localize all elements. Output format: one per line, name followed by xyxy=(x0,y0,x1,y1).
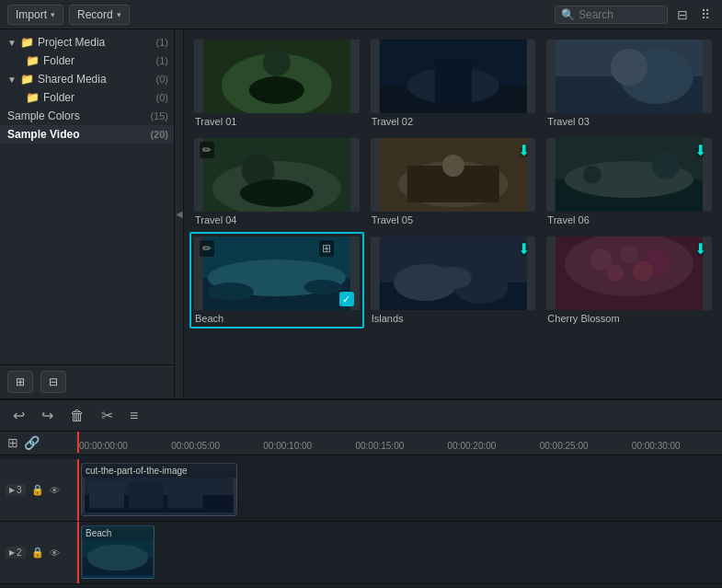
sidebar-item-sample-video[interactable]: Sample Video (20) xyxy=(0,125,174,144)
import-label: Import xyxy=(16,8,47,21)
play-icon: ▶ xyxy=(9,548,15,557)
add-folder-icon: ⊞ xyxy=(16,375,25,388)
project-folder-count: (1) xyxy=(156,55,168,66)
media-item-travel05[interactable]: ⬇Travel 05 xyxy=(366,133,541,230)
download-icon[interactable]: ⬇ xyxy=(694,240,706,258)
svg-point-40 xyxy=(607,265,624,282)
track-number: ▶3 xyxy=(6,484,26,496)
media-label-travel06: Travel 06 xyxy=(546,214,712,225)
settings-button[interactable]: ≡ xyxy=(126,406,142,426)
filter-icon[interactable]: ⊟ xyxy=(673,6,692,24)
track-content-2[interactable]: Beach xyxy=(77,522,722,583)
record-chevron-icon: ▾ xyxy=(117,10,121,19)
svg-point-11 xyxy=(611,49,648,86)
svg-point-3 xyxy=(249,76,304,104)
edit-icon[interactable]: ✏ xyxy=(200,240,214,257)
timeline-ruler: ⊞ 🔗 00:00:00:0000:00:05:0000:00:10:0000:… xyxy=(0,432,722,455)
svg-point-2 xyxy=(263,49,291,76)
shared-media-count: (0) xyxy=(156,74,168,85)
sidebar-collapse-arrow[interactable]: ◀ xyxy=(175,29,184,398)
main-area: ▼ 📁 Project Media (1) 📁 Folder (1) ▼ 📁 S… xyxy=(0,29,722,398)
download-icon[interactable]: ⬇ xyxy=(518,142,530,159)
timeline-link-icon[interactable]: 🔗 xyxy=(24,435,40,450)
expand-icon-shared: ▼ xyxy=(7,75,17,85)
search-input[interactable] xyxy=(579,8,661,21)
media-thumb-beach: ✏✓⊞ xyxy=(194,236,360,310)
lock-icon[interactable]: 🔒 xyxy=(31,484,44,496)
timeline-add-icon[interactable]: ⊞ xyxy=(7,435,18,450)
media-panel: Travel 01 Travel 02 Travel 03 ✏Travel 04… xyxy=(184,29,722,398)
add-folder-button[interactable]: ⊞ xyxy=(7,371,33,393)
download-icon[interactable]: ⬇ xyxy=(694,142,706,159)
media-item-cherry_blossom[interactable]: ⬇Cherry Blossom xyxy=(542,232,716,329)
track-clip-Beach[interactable]: Beach xyxy=(81,525,155,579)
undo-button[interactable]: ↩ xyxy=(9,405,29,426)
media-item-travel03[interactable]: Travel 03 xyxy=(542,35,716,132)
redo-button[interactable]: ↪ xyxy=(38,405,57,426)
cut-button[interactable]: ✂ xyxy=(97,405,117,426)
visibility-icon[interactable]: 👁 xyxy=(50,548,60,559)
media-item-travel04[interactable]: ✏Travel 04 xyxy=(189,133,364,230)
visibility-icon[interactable]: 👁 xyxy=(50,485,60,496)
import-button[interactable]: Import ▾ xyxy=(7,5,63,25)
ruler-mark: 00:00:05:00 xyxy=(169,441,261,451)
sidebar-footer: ⊞ ⊟ xyxy=(0,364,174,398)
timeline-ruler-left: ⊞ 🔗 xyxy=(0,432,77,453)
media-thumb-travel02 xyxy=(371,40,536,113)
delete-button[interactable]: 🗑 xyxy=(66,406,88,426)
lock-icon[interactable]: 🔒 xyxy=(31,547,44,559)
media-item-islands[interactable]: ⬇Islands xyxy=(366,232,541,329)
track-row-2: ▶2🔒👁Beach xyxy=(0,522,722,584)
timeline-ruler-track[interactable]: 00:00:00:0000:00:05:0000:00:10:0000:00:1… xyxy=(77,432,722,453)
media-item-beach[interactable]: ✏✓⊞Beach xyxy=(189,232,364,329)
svg-point-49 xyxy=(87,545,149,571)
sidebar-item-shared-media[interactable]: ▼ 📁 Shared Media (0) xyxy=(0,70,174,88)
clip-thumbnail xyxy=(82,478,236,513)
media-item-travel02[interactable]: Travel 02 xyxy=(366,35,541,132)
shared-folder-label: Folder xyxy=(43,91,153,104)
ruler-mark: 00:00:10:00 xyxy=(261,441,353,451)
record-button[interactable]: Record ▾ xyxy=(69,5,130,25)
sidebar-item-shared-folder[interactable]: 📁 Folder (0) xyxy=(0,88,174,107)
sample-video-label: Sample Video xyxy=(7,128,146,141)
clip-label: cut-the-part-of-the-image xyxy=(82,464,236,478)
ruler-mark: 00:00:25:00 xyxy=(538,441,630,451)
media-thumb-islands: ⬇ xyxy=(371,236,536,310)
media-item-travel01[interactable]: Travel 01 xyxy=(189,35,364,132)
media-item-travel06[interactable]: ⬇Travel 06 xyxy=(542,133,716,230)
track-controls-2: ▶2🔒👁 xyxy=(0,522,77,583)
media-thumb-travel03 xyxy=(546,40,712,113)
expand-icon: ▼ xyxy=(7,38,17,48)
search-icon: 🔍 xyxy=(561,8,575,21)
remove-folder-button[interactable]: ⊟ xyxy=(40,371,66,393)
svg-point-41 xyxy=(633,261,653,282)
search-box: 🔍 xyxy=(555,6,668,24)
media-label-travel02: Travel 02 xyxy=(371,116,536,127)
project-media-count: (1) xyxy=(156,37,168,48)
track-content-3[interactable]: cut-the-part-of-the-image xyxy=(77,459,722,521)
media-thumb-travel01 xyxy=(194,40,360,113)
svg-point-28 xyxy=(208,282,254,301)
grid-menu-icon[interactable]: ⠿ xyxy=(697,6,715,24)
svg-rect-7 xyxy=(434,58,471,104)
edit-icon[interactable]: ✏ xyxy=(200,142,214,158)
ruler-mark: 00:00:30:00 xyxy=(630,441,722,451)
subfolder-icon: 📁 xyxy=(26,54,40,67)
grid-overlay-icon[interactable]: ⊞ xyxy=(319,240,334,257)
folder-icon: 📁 xyxy=(20,36,34,49)
media-label-travel03: Travel 03 xyxy=(546,116,712,127)
edit-toolbar: ↩ ↪ 🗑 ✂ ≡ xyxy=(0,400,722,432)
svg-point-29 xyxy=(304,280,341,294)
sidebar: ▼ 📁 Project Media (1) 📁 Folder (1) ▼ 📁 S… xyxy=(0,29,175,398)
sidebar-item-sample-colors[interactable]: Sample Colors (15) xyxy=(0,107,174,125)
sidebar-item-project-media[interactable]: ▼ 📁 Project Media (1) xyxy=(0,33,174,52)
media-thumb-travel06: ⬇ xyxy=(546,138,712,212)
track-clip-cut-the-part-of-the-image[interactable]: cut-the-part-of-the-image xyxy=(81,463,237,516)
svg-rect-44 xyxy=(89,482,124,509)
sidebar-item-project-folder[interactable]: 📁 Folder (1) xyxy=(0,52,174,70)
shared-media-label: Shared Media xyxy=(38,73,153,86)
sidebar-content: ▼ 📁 Project Media (1) 📁 Folder (1) ▼ 📁 S… xyxy=(0,29,174,364)
download-icon[interactable]: ⬇ xyxy=(518,240,530,258)
ruler-mark: 00:00:15:00 xyxy=(353,441,445,451)
media-label-travel01: Travel 01 xyxy=(194,116,360,127)
